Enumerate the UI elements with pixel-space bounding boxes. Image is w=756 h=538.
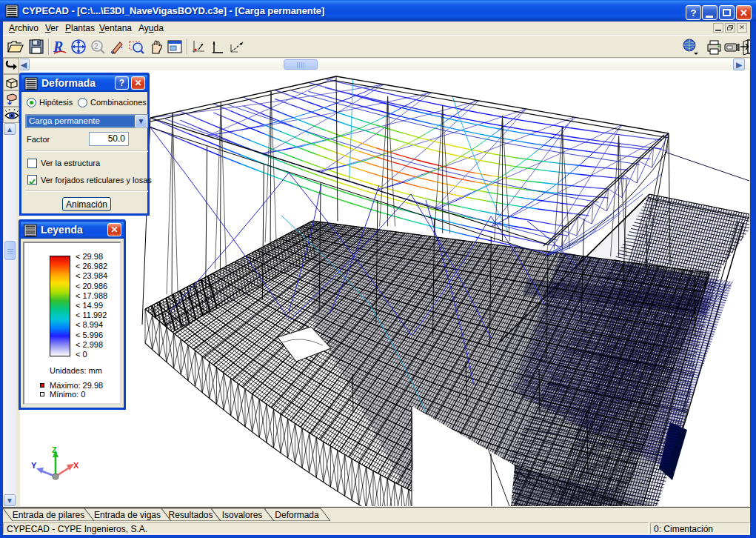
svg-text:Isovalores: Isovalores [222,510,263,520]
svg-text:Entrada de pilares: Entrada de pilares [13,510,84,520]
svg-text:X: X [73,461,79,470]
svg-text:Y: Y [31,461,37,470]
svg-text:Entrada de vigas: Entrada de vigas [94,510,161,520]
svg-text:Deformada: Deformada [275,510,319,520]
svg-text:Z: Z [52,445,57,454]
svg-text:2: 2 [94,42,98,50]
svg-text:Resultados: Resultados [168,510,213,520]
svg-text:R: R [53,39,63,55]
